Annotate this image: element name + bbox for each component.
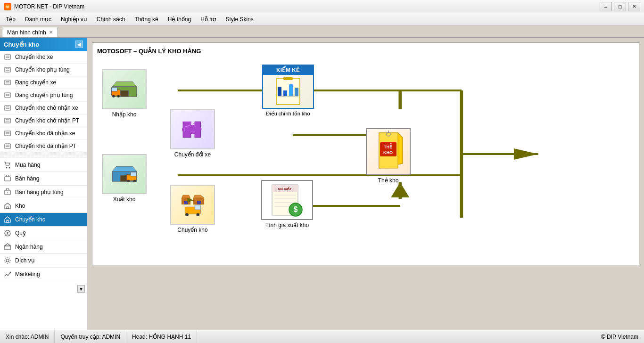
menu-he-thong[interactable]: Hệ thống	[163, 14, 196, 24]
node-nhap-kho[interactable]: Nhập kho	[102, 69, 147, 118]
title-bar-controls[interactable]: – □ ✕	[600, 2, 640, 11]
svg-rect-23	[5, 144, 10, 148]
list-icon-6	[4, 130, 11, 137]
menu-nghiep-vu[interactable]: Nghiệp vụ	[56, 14, 92, 24]
svg-rect-70	[184, 201, 188, 204]
minimize-button[interactable]: –	[600, 2, 612, 11]
node-dieu-chinh-label: Điều chỉnh tồn kho	[266, 111, 310, 117]
nav-kho[interactable]: Kho	[0, 199, 87, 213]
nav-ngan-hang[interactable]: Ngân hàng	[0, 240, 87, 254]
maximize-button[interactable]: □	[614, 2, 626, 11]
puzzle-icon	[179, 118, 207, 141]
app-icon: M	[4, 3, 11, 10]
sidebar-item-dang-chuyen-phu-tung[interactable]: Đang chuyển phụ tùng	[0, 89, 87, 102]
fund-icon: $	[4, 229, 11, 237]
node-tinh-gia[interactable]: GIÁ XUẤT $ Tính giá xuất kho	[261, 180, 313, 229]
svg-rect-65	[130, 172, 136, 176]
list-icon-5	[4, 117, 11, 124]
svg-rect-56	[120, 90, 128, 97]
svg-rect-79	[283, 77, 293, 80]
close-button[interactable]: ✕	[628, 2, 640, 11]
menu-danh-muc[interactable]: Danh mục	[20, 14, 56, 24]
service-icon	[4, 257, 11, 264]
nav-ban-hang[interactable]: Bán hàng	[0, 172, 87, 186]
nav-chuyen-kho-label: Chuyển kho	[15, 216, 45, 223]
svg-point-59	[112, 95, 115, 97]
nav-mua-hang-label: Mua hàng	[15, 162, 40, 168]
warehouse-nav-icon	[4, 202, 11, 210]
kiem-ke-title: KIỂM KÊ	[263, 65, 313, 75]
transfer-nav-icon	[4, 216, 11, 223]
list-icon-1	[4, 66, 11, 74]
svg-rect-11	[5, 93, 10, 98]
svg-rect-58	[111, 87, 117, 91]
list-icon-4	[4, 104, 11, 112]
svg-point-26	[6, 167, 8, 169]
menu-thong-ke[interactable]: Thống kê	[130, 14, 163, 24]
node-chuyen-kho-label: Chuyển kho	[177, 227, 207, 233]
warehouse-transfer-icon	[179, 193, 207, 217]
nav-quy[interactable]: $ Quỹ	[0, 227, 87, 240]
svg-point-60	[117, 95, 119, 97]
nav-marketing-label: Marketing	[15, 271, 40, 278]
diagram-title: MOTOSOFT – QUẢN LÝ KHO HÀNG	[97, 48, 634, 55]
sidebar-label-7: Chuyển kho đã nhận PT	[15, 143, 76, 149]
nav-ngan-hang-label: Ngân hàng	[15, 244, 43, 250]
node-the-kho[interactable]: THẺ KHO Thẻ kho	[366, 128, 411, 184]
svg-rect-83	[295, 88, 298, 96]
node-kiem-ke[interactable]: KIỂM KÊ	[262, 65, 314, 117]
svg-point-40	[10, 272, 11, 273]
sidebar-header-label: Chuyển kho	[4, 41, 39, 48]
nav-chuyen-kho[interactable]: Chuyển kho	[0, 213, 87, 227]
bank-icon	[4, 243, 11, 251]
svg-rect-5	[5, 67, 10, 72]
svg-point-76	[185, 213, 189, 216]
sidebar-item-chuyen-kho-phu-tung[interactable]: Chuyển kho phụ tùng	[0, 64, 87, 76]
menu-style-skins[interactable]: Style Skins	[221, 14, 258, 24]
sidebar-item-cho-nhan-xe[interactable]: Chuyển kho chờ nhận xe	[0, 102, 87, 114]
sidebar-item-dang-chuyen-xe[interactable]: Đang chuyển xe	[0, 76, 87, 89]
nav-dich-vu[interactable]: Dịch vụ	[0, 254, 87, 268]
svg-rect-20	[5, 131, 10, 136]
nav-marketing[interactable]: Marketing	[0, 268, 87, 281]
svg-text:KHO: KHO	[383, 150, 393, 155]
menu-chinh-sach[interactable]: Chính sách	[92, 14, 130, 24]
svg-rect-37	[5, 246, 10, 250]
svg-rect-17	[5, 118, 10, 123]
diagram-container: Nhập kho	[97, 62, 634, 260]
svg-point-27	[9, 167, 10, 169]
nav-ban-hang-label: Bán hàng	[15, 175, 39, 182]
tab-main-screen[interactable]: Màn hình chính ✕	[2, 27, 58, 37]
sidebar-item-chuyen-kho-xe[interactable]: Chuyển kho xe	[0, 51, 87, 64]
tab-close-button[interactable]: ✕	[49, 30, 53, 35]
node-chuyen-kho[interactable]: Chuyển kho	[170, 185, 215, 233]
list-icon-3	[4, 91, 11, 99]
sidebar-item-da-nhan-xe[interactable]: Chuyển kho đã nhận xe	[0, 127, 87, 140]
svg-point-77	[196, 213, 199, 216]
sidebar-scroll-down[interactable]: ▼	[77, 285, 85, 293]
sidebar-collapse-button[interactable]: ◀	[75, 41, 83, 48]
nav-ban-hang-phu-tung-label: Bán hàng phụ tùng	[15, 189, 64, 196]
node-xuat-kho[interactable]: Xuất kho	[102, 154, 147, 203]
node-chuyen-doi-xe[interactable]: Chuyển đổi xe	[170, 109, 215, 158]
list-icon-7	[4, 142, 11, 150]
node-nhap-kho-label: Nhập kho	[112, 111, 137, 118]
title-bar: M MOTOR.NET - DIP Vietnam – □ ✕	[0, 0, 644, 13]
menu-ho-tro[interactable]: Hỗ trợ	[196, 14, 221, 24]
svg-text:M: M	[6, 5, 9, 8]
menu-tep[interactable]: Tệp	[1, 14, 20, 24]
price-tag-icon: GIÁ XUẤT $	[270, 184, 305, 217]
sidebar-label-2: Đang chuyển xe	[15, 79, 56, 86]
svg-marker-33	[5, 217, 10, 222]
svg-rect-82	[289, 84, 293, 96]
status-access: Quyền truy cập: ADMIN	[55, 330, 126, 343]
status-head: Head: HỒNG HẠNH 11	[126, 330, 197, 343]
sidebar-item-cho-nhan-pt[interactable]: Chuyển kho chờ nhận PT	[0, 114, 87, 127]
status-copyright: © DIP Vietnam	[595, 330, 644, 343]
nav-quy-label: Quỹ	[15, 230, 26, 237]
svg-marker-38	[4, 244, 11, 246]
sidebar-label-6: Chuyển kho đã nhận xe	[15, 130, 75, 137]
nav-mua-hang[interactable]: Mua hàng	[0, 158, 87, 172]
nav-ban-hang-phu-tung[interactable]: Bán hàng phụ tùng	[0, 186, 87, 199]
sidebar-item-da-nhan-pt[interactable]: Chuyển kho đã nhận PT	[0, 140, 87, 153]
